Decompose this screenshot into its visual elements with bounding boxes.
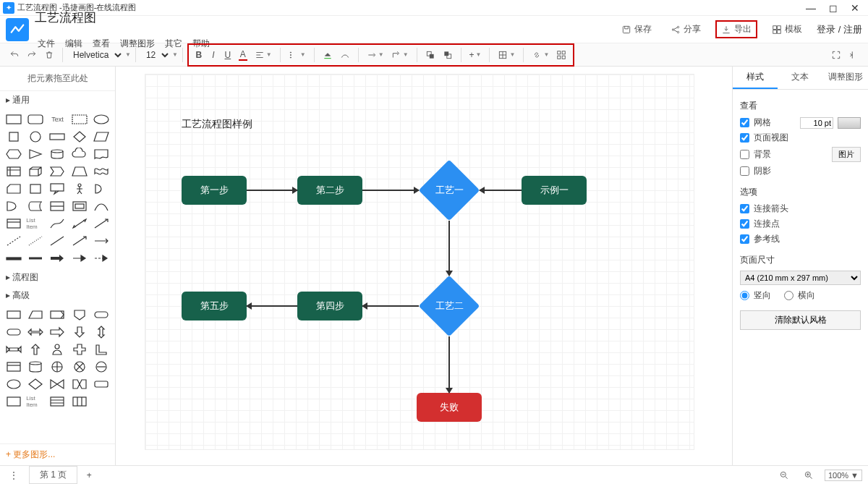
shape-note[interactable] xyxy=(26,182,45,196)
shape-line[interactable] xyxy=(48,234,67,248)
adv-cols[interactable] xyxy=(70,394,89,409)
adv-container[interactable] xyxy=(4,360,23,374)
link-button[interactable]: ▼ xyxy=(528,47,553,63)
collapse-button[interactable] xyxy=(845,47,862,63)
node-fail[interactable]: 失败 xyxy=(417,393,482,422)
shape-process[interactable] xyxy=(48,130,67,144)
line-color-button[interactable] xyxy=(336,47,354,63)
adv-arrow-d[interactable] xyxy=(70,325,89,339)
shape-line-dotted[interactable] xyxy=(26,234,45,248)
adv-bowtie[interactable] xyxy=(48,377,67,391)
underline-button[interactable]: U xyxy=(221,47,235,63)
adv-rows[interactable] xyxy=(48,394,67,409)
adv-minus[interactable] xyxy=(92,360,111,374)
arrow-ex1-proc1[interactable] xyxy=(480,190,522,191)
shape-roundrect[interactable] xyxy=(26,112,45,127)
arrow-proc1-proc2[interactable] xyxy=(448,221,450,276)
shape-or[interactable] xyxy=(4,199,23,213)
btn-clear-style[interactable]: 清除默认风格 xyxy=(740,310,861,330)
shape-arrow-wide[interactable] xyxy=(48,251,67,266)
grid-size-input[interactable] xyxy=(800,117,833,129)
page-tab-1[interactable]: 第 1 页 xyxy=(29,466,77,484)
adv-arrow-r[interactable] xyxy=(48,325,67,339)
adv-xcircle[interactable] xyxy=(70,360,89,374)
font-color-button[interactable]: A xyxy=(235,46,251,64)
redo-button[interactable] xyxy=(23,47,41,63)
grid-icon-button[interactable] xyxy=(553,47,570,63)
add-button[interactable]: +▼ xyxy=(466,47,485,63)
shape-cloud[interactable] xyxy=(70,147,89,161)
shape-parallelogram[interactable] xyxy=(92,130,111,144)
section-advanced[interactable]: ▸ 高级 xyxy=(0,286,115,305)
shape-halfcircle[interactable] xyxy=(92,182,111,196)
shape-cylinder[interactable] xyxy=(48,147,67,161)
adv-corner[interactable] xyxy=(92,342,111,357)
shape-arrow-filled[interactable] xyxy=(70,251,89,266)
canvas-area[interactable]: 工艺流程图样例 第一步 第二步 工艺一 示例一 第五步 第四步 工艺二 失败 xyxy=(116,67,732,465)
shape-actor[interactable] xyxy=(70,182,89,196)
arrow-4-5[interactable] xyxy=(247,305,297,307)
section-general[interactable]: ▸ 通用 xyxy=(0,91,115,109)
node-step1[interactable]: 第一步 xyxy=(182,176,247,205)
shape-callout[interactable] xyxy=(48,182,67,196)
shape-document[interactable] xyxy=(92,147,111,161)
shape-circle[interactable] xyxy=(26,130,45,144)
align-button[interactable]: ▼ xyxy=(251,47,276,63)
shape-arrow-single[interactable] xyxy=(70,234,89,248)
shape-line-curved[interactable] xyxy=(48,216,67,231)
shape-textbox[interactable] xyxy=(70,112,89,127)
zoom-level[interactable]: 100% ▼ xyxy=(825,470,862,481)
minimize-button[interactable]: — xyxy=(806,2,816,14)
adv-collapse[interactable] xyxy=(70,377,89,391)
shape-ellipse[interactable] xyxy=(92,112,111,127)
chk-grid[interactable] xyxy=(740,118,749,127)
adv-pie[interactable] xyxy=(48,360,67,374)
shape-bar[interactable] xyxy=(4,251,23,266)
shape-square[interactable] xyxy=(4,130,23,144)
adv-terminator[interactable] xyxy=(4,325,23,339)
adv-list[interactable]: List Item xyxy=(26,394,45,409)
tab-style[interactable]: 样式 xyxy=(733,67,778,89)
node-step5[interactable]: 第五步 xyxy=(182,292,247,320)
share-button[interactable]: 分享 xyxy=(666,21,705,38)
radio-landscape[interactable] xyxy=(784,291,793,300)
adv-arrow-ud[interactable] xyxy=(92,325,111,339)
tab-text[interactable]: 文本 xyxy=(778,67,822,89)
shape-dash-arrow[interactable] xyxy=(92,251,111,266)
chk-pageview[interactable] xyxy=(740,133,749,143)
maximize-button[interactable]: ◻ xyxy=(829,2,838,14)
undo-button[interactable] xyxy=(6,47,23,63)
node-step4[interactable]: 第四步 xyxy=(297,292,362,320)
shape-hexagon[interactable] xyxy=(4,147,23,161)
shape-arrow-bi[interactable] xyxy=(70,216,89,231)
arrow-proc2-fail[interactable] xyxy=(448,336,450,393)
radio-portrait[interactable] xyxy=(740,291,749,300)
adv-button[interactable] xyxy=(92,377,111,391)
shape-rect[interactable] xyxy=(4,112,23,127)
grid-color-swatch[interactable] xyxy=(838,117,861,129)
save-button[interactable]: 保存 xyxy=(617,21,656,38)
shape-cube[interactable] xyxy=(26,164,45,179)
node-example1[interactable]: 示例一 xyxy=(522,176,587,205)
shape-line-dashed[interactable] xyxy=(4,234,23,248)
send-back-button[interactable] xyxy=(439,47,456,63)
node-proc1[interactable]: 工艺一 xyxy=(419,160,480,221)
shape-window[interactable] xyxy=(4,216,23,231)
font-select[interactable]: Helvetica xyxy=(67,48,124,62)
shape-trapezoid[interactable] xyxy=(70,164,89,179)
document-title[interactable]: 工艺流程图 xyxy=(35,9,96,26)
adv-cross[interactable] xyxy=(70,342,89,357)
bold-button[interactable]: B xyxy=(192,47,206,63)
shape-diamond[interactable] xyxy=(70,130,89,144)
connector-straight-button[interactable]: ▼ xyxy=(363,47,388,63)
adv-oval[interactable] xyxy=(4,377,23,391)
adv-shield[interactable] xyxy=(70,307,89,322)
section-flowchart[interactable]: ▸ 流程图 xyxy=(0,268,115,286)
tab-adjust[interactable]: 调整图形 xyxy=(823,67,868,89)
shape-doublerect[interactable] xyxy=(70,199,89,213)
arrow-proc2-4[interactable] xyxy=(362,305,419,307)
add-page-button[interactable]: + xyxy=(82,467,96,483)
adv-person[interactable] xyxy=(48,342,67,357)
shape-internal-storage[interactable] xyxy=(4,164,23,179)
table-button[interactable]: ▼ xyxy=(494,47,519,63)
